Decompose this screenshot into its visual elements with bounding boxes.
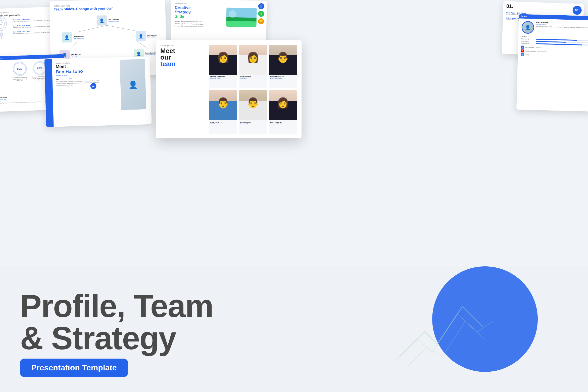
euis-photo: 👩 [239, 45, 267, 75]
slide5-main: Subtitle goes here Meet Ben Hartono Tech… [52, 57, 152, 127]
play-button[interactable]: ▶ [90, 83, 96, 89]
lita-info: Lita Sumarsih Customer Service [269, 120, 297, 126]
eddi-info: Eddi Cahyono Chief Executive [209, 120, 237, 126]
presentation-template-badge: Presentation Template [20, 359, 128, 377]
slide8-avatar: 👤 [521, 21, 534, 34]
svg-line-9 [137, 41, 148, 49]
slide3-icons: 🛒 ⚡ 💡 [258, 3, 264, 24]
svg-rect-12 [226, 17, 257, 22]
slide4-number: 01. [506, 3, 514, 9]
euis-info: Euis Halimah Marketing [239, 75, 267, 80]
youtube-icon: ▶ [521, 49, 524, 52]
slide3-idea-icon: 💡 [258, 18, 264, 24]
google-icon: G [521, 53, 524, 56]
main-title-area: Profile, Team & Strategy [20, 290, 213, 354]
eddi-photo: 👨 [209, 90, 237, 120]
slide3-strategy-icon: ⚡ [258, 11, 264, 17]
main-title-line1: Profile, Team [20, 290, 213, 322]
slide-5-ben-hartono-personal: Subtitle goes here Meet Ben Hartono Tech… [44, 57, 152, 127]
ben-photo: 👨 [239, 90, 267, 120]
bottom-content-area: Profile, Team & Strategy Presentation Te… [0, 236, 588, 392]
martha-info: Martha Suherman Marketing Spe [209, 75, 237, 80]
slide6-stat1: 85% A wonderful serenity has taken posse… [11, 62, 28, 81]
slide5-person-image: 👤 [120, 59, 146, 110]
team-member-eddi: 👨 Eddi Cahyono Chief Executive [209, 90, 237, 134]
ben-info: Ben Hartono Technical Spe [239, 120, 267, 126]
svg-point-3 [0, 33, 3, 36]
team-member-ben: 👨 Ben Hartono Technical Spe [239, 90, 267, 134]
svg-line-7 [107, 25, 137, 32]
slide4-badge: 03. [572, 6, 582, 15]
ruben-photo: 👨 [269, 45, 297, 75]
slide7-left: Subtitle goes here Meet our team [160, 45, 206, 134]
slide3-cart-icon: 🛒 [258, 3, 264, 9]
team-member-ruben: 👨 Ruben Sarwono Finance Manager [269, 45, 297, 88]
slide-8-profile-detail: Profile 👤 Ben Hartono Technical Spa A wo… [516, 14, 588, 112]
team-member-euis: 👩 Euis Halimah Marketing [239, 45, 267, 88]
slide8-info: Ben Hartono Technical Spa A wonderful se… [536, 21, 588, 35]
facebook-icon: f [521, 45, 524, 48]
main-title-line2: & Strategy [20, 322, 213, 354]
lita-photo: 👩 [269, 90, 297, 120]
slide7-title: Meet our team [160, 47, 206, 67]
slide7-team-grid: 👩 Martha Suherman Marketing Spe 👩 Euis H… [209, 45, 297, 134]
slide-7-meet-our-team: Subtitle goes here Meet our team 👩 Marth… [156, 40, 302, 138]
martha-photo: 👩 [209, 45, 237, 75]
slide8-profile: 👤 Ben Hartono Technical Spa A wonderful … [521, 21, 588, 35]
svg-line-8 [69, 42, 77, 50]
slide8-social: f Ben Facebook bno456 ▶ Youtube Channel … [521, 45, 588, 58]
team-member-lita: 👩 Lita Sumarsih Customer Service [269, 90, 297, 134]
slide1-brain-icon [0, 15, 10, 45]
slide3-landscape-image [226, 8, 257, 27]
ruben-info: Ruben Sarwono Finance Manager [269, 75, 297, 80]
slides-area: Subtitle goes here Change with your own. [0, 0, 588, 239]
team-member-martha: 👩 Martha Suherman Marketing Spe [209, 45, 237, 88]
svg-line-6 [77, 25, 107, 32]
